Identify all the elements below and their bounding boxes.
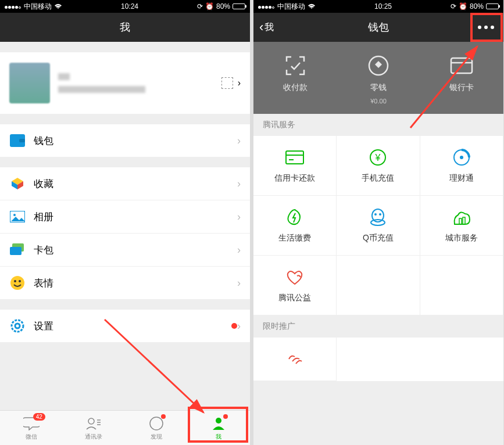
svg-rect-1 — [19, 139, 25, 142]
card-icon — [449, 53, 474, 78]
svg-point-16 — [216, 418, 221, 424]
tab-me[interactable]: 我 — [188, 411, 251, 445]
wifi-icon — [308, 3, 316, 9]
svg-point-30 — [374, 213, 377, 216]
qq-icon — [368, 207, 388, 227]
nav-bar: ‹ 我 钱包 — [253, 13, 503, 42]
battery-icon — [233, 3, 245, 9]
section-header-2: 限时推广 — [253, 315, 503, 338]
svg-point-8 — [19, 280, 21, 282]
svg-point-3 — [13, 214, 16, 216]
signal-dots — [258, 2, 275, 10]
battery-pct: 80% — [216, 2, 230, 10]
svg-point-6 — [10, 276, 24, 290]
battery-icon — [486, 3, 499, 9]
grid-qcoin[interactable]: Q币充值 — [337, 196, 420, 256]
nav-bar: 我 — [0, 13, 250, 42]
cube-icon — [9, 175, 26, 192]
chevron-right-icon: › — [237, 178, 241, 190]
services-grid: 信用卡还款 ¥ 手机充值 理财通 生活缴费 Q币充值 城市服务 腾讯公益 — [253, 136, 503, 315]
bolt-icon — [285, 207, 305, 227]
row-cards[interactable]: 卡包 › — [0, 234, 250, 267]
alarm-icon: ⏰ — [205, 2, 214, 10]
svg-rect-5 — [10, 247, 22, 255]
contacts-icon — [85, 415, 102, 432]
tab-discover[interactable]: 发现 — [125, 411, 188, 445]
grid-credit[interactable]: 信用卡还款 — [253, 136, 337, 196]
svg-rect-19 — [451, 58, 472, 73]
yen-icon: ¥ — [368, 148, 388, 167]
grid-licai[interactable]: 理财通 — [420, 136, 503, 196]
bankcard-button[interactable]: 银行卡 — [420, 53, 503, 105]
row-emoji[interactable]: 表情 › — [0, 267, 250, 299]
emoji-icon — [9, 275, 26, 291]
chevron-right-icon: › — [237, 244, 241, 256]
licai-icon — [452, 148, 471, 167]
tab-chat[interactable]: 42 微信 — [0, 411, 63, 445]
profile-row[interactable]: › — [0, 52, 250, 114]
wifi-icon — [54, 3, 62, 9]
grid-topup[interactable]: ¥ 手机充值 — [337, 136, 420, 196]
svg-point-7 — [14, 280, 16, 282]
nav-title: 我 — [120, 20, 130, 34]
svg-point-15 — [150, 417, 163, 430]
red-dot — [161, 414, 166, 419]
qr-icon[interactable] — [221, 77, 233, 89]
nav-title: 钱包 — [368, 20, 389, 34]
person-icon — [210, 415, 227, 432]
chevron-right-icon: › — [237, 320, 241, 332]
tab-contacts[interactable]: 通讯录 — [63, 411, 126, 445]
city-icon — [452, 207, 471, 227]
grid-promo[interactable] — [253, 338, 337, 381]
row-album[interactable]: 相册 › — [0, 200, 250, 234]
red-dot — [231, 323, 237, 329]
red-dot — [223, 414, 228, 419]
battery-pct: 80% — [470, 2, 484, 10]
grid-bills[interactable]: 生活缴费 — [253, 196, 337, 256]
svg-point-31 — [379, 213, 381, 216]
grid-charity[interactable]: 腾讯公益 — [253, 256, 337, 315]
profile-info — [58, 73, 221, 93]
lock-icon: ⟳ — [197, 2, 203, 10]
left-phone: 中国移动 10:24 ⟳ ⏰ 80% 我 › 钱包 › — [0, 0, 250, 445]
heart-icon — [285, 267, 305, 287]
creditcard-icon — [285, 148, 305, 167]
balance-button[interactable]: 零钱 ¥0.00 — [337, 53, 420, 105]
chevron-right-icon: › — [237, 211, 241, 223]
carrier: 中国移动 — [24, 2, 52, 12]
row-settings[interactable]: 设置 › — [0, 310, 250, 342]
pay-button[interactable]: 收付款 — [253, 53, 337, 105]
right-phone: 中国移动 10:25 ⟳ ⏰ 80% ‹ 我 钱包 收付款 — [253, 0, 503, 445]
wallet-icon — [9, 132, 26, 149]
svg-point-11 — [88, 418, 94, 424]
svg-rect-21 — [286, 151, 303, 164]
grid-city[interactable]: 城市服务 — [420, 196, 503, 256]
section-header: 腾讯服务 — [253, 114, 503, 136]
photo-icon — [9, 209, 26, 225]
status-bar: 中国移动 10:25 ⟳ ⏰ 80% — [253, 0, 503, 13]
row-wallet[interactable]: 钱包 › — [0, 124, 250, 157]
svg-rect-32 — [459, 218, 462, 224]
row-favorites[interactable]: 收藏 › — [0, 167, 250, 200]
back-button[interactable]: ‹ 我 — [259, 20, 274, 35]
lock-icon: ⟳ — [451, 2, 456, 10]
carrier: 中国移动 — [277, 2, 305, 12]
coin-icon — [366, 53, 391, 78]
clock: 10:24 — [121, 2, 138, 10]
avatar — [9, 63, 50, 103]
svg-point-27 — [460, 156, 463, 159]
more-button[interactable] — [474, 22, 498, 33]
chevron-right-icon: › — [238, 78, 241, 88]
chevron-left-icon: ‹ — [259, 20, 263, 35]
compass-icon — [148, 415, 165, 432]
wallet-header: 收付款 零钱 ¥0.00 银行卡 — [253, 42, 503, 114]
chevron-right-icon: › — [237, 277, 241, 289]
cards-icon — [9, 242, 26, 258]
chat-icon: 42 — [23, 415, 40, 432]
alarm-icon: ⏰ — [459, 2, 467, 10]
signal-dots — [5, 2, 22, 10]
chevron-right-icon: › — [237, 135, 241, 147]
clock: 10:25 — [374, 2, 392, 10]
svg-point-10 — [15, 324, 20, 328]
chat-badge: 42 — [33, 413, 45, 421]
